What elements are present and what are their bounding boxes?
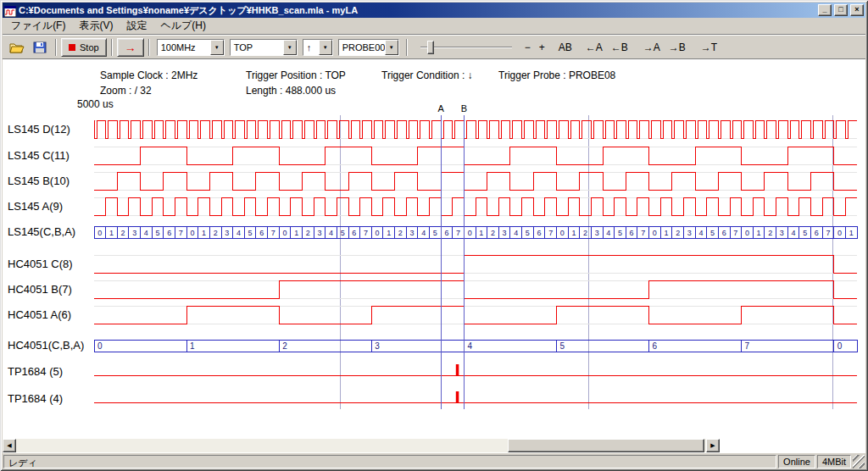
- trigger-probe-select[interactable]: PROBE00 ▼: [338, 39, 399, 56]
- bus-value: 5: [526, 229, 530, 237]
- minimize-button[interactable]: _: [818, 4, 832, 16]
- channel-label: LS145 B(10): [8, 175, 70, 187]
- bus-value: 1: [664, 229, 668, 237]
- menu-settings[interactable]: 設定: [120, 17, 153, 35]
- waveform-trace: [94, 280, 857, 298]
- bus-value: 0: [468, 229, 472, 237]
- bus-value: 1: [757, 229, 761, 237]
- bus-value: 3: [132, 229, 136, 237]
- bus-value: 2: [491, 229, 495, 237]
- set-cursor-a-button[interactable]: →A: [639, 40, 665, 55]
- toolbar-separator: [148, 39, 150, 56]
- bus-value: 6: [444, 229, 448, 237]
- bus-value: 0: [560, 229, 565, 237]
- bus-value: 4: [236, 229, 241, 237]
- bus-value: 4: [144, 229, 148, 237]
- close-button[interactable]: ×: [850, 4, 864, 16]
- bus-value: 2: [306, 229, 310, 237]
- scroll-thumb[interactable]: [508, 439, 704, 452]
- save-file-button[interactable]: [29, 38, 51, 57]
- channel-label: LS145 A(9): [8, 200, 63, 213]
- bus-value: 4: [698, 229, 703, 237]
- zoom-slider[interactable]: [419, 39, 514, 56]
- scroll-right-icon[interactable]: ▶: [706, 439, 720, 452]
- bus-value: 6: [167, 229, 171, 237]
- channel-label: HC4051(C,B,A): [8, 339, 84, 352]
- bus-value: 4: [791, 229, 795, 237]
- dropdown-arrow-icon[interactable]: ▼: [283, 40, 297, 55]
- goto-cursor-b-button[interactable]: ←B: [607, 40, 632, 55]
- maximize-button[interactable]: □: [834, 4, 848, 16]
- dropdown-arrow-icon[interactable]: ▼: [385, 40, 398, 55]
- waveform-trace: [94, 120, 857, 138]
- bus-value: 4: [606, 229, 610, 237]
- bus-value: 1: [109, 229, 114, 237]
- bus-value: 2: [676, 229, 680, 237]
- toolbar-separator: [111, 39, 113, 56]
- channel-label: LS145 C(11): [8, 149, 70, 162]
- bus-value: 7: [456, 229, 460, 237]
- toolbar: Stop → 100MHz ▼ TOP ▼ ↑ ▼ PROBE00 ▼ − +: [3, 35, 865, 59]
- bus-value: 2: [282, 341, 287, 351]
- zoom-out-button[interactable]: −: [520, 40, 535, 55]
- bus-value: 5: [341, 229, 345, 237]
- waveform-area[interactable]: 5000 usLS145 D(12)LS145 C(11)LS145 B(10)…: [3, 94, 865, 433]
- sample-clock-value: 100MHz: [158, 40, 210, 55]
- trigger-edge-select[interactable]: ↑ ▼: [303, 39, 333, 56]
- channel-label: TP1684 (5): [8, 365, 63, 378]
- bus-value: 7: [364, 229, 368, 237]
- bus-value: 3: [780, 229, 784, 237]
- scroll-track[interactable]: [16, 439, 706, 452]
- dropdown-arrow-icon[interactable]: ▼: [319, 40, 332, 55]
- channel-label: LS145(C,B,A): [8, 225, 75, 238]
- horizontal-scrollbar[interactable]: ◀ ▶: [3, 439, 720, 452]
- set-cursor-b-button[interactable]: →B: [665, 40, 690, 55]
- bus-value: 2: [214, 229, 218, 237]
- bus-value: 3: [375, 341, 380, 351]
- toolbar-separator: [406, 39, 408, 56]
- stop-button[interactable]: Stop: [61, 38, 107, 57]
- menu-file[interactable]: ファイル(F): [4, 17, 72, 35]
- goto-cursor-a-button[interactable]: ←A: [581, 40, 607, 55]
- bus-value: 6: [722, 229, 726, 237]
- bus-value: 4: [467, 341, 472, 351]
- bus-value: 0: [190, 229, 194, 237]
- slider-thumb[interactable]: [427, 41, 434, 54]
- main-view: Sample Clock : 2MHz Trigger Position : T…: [3, 59, 865, 453]
- trigger-position-select[interactable]: TOP ▼: [230, 39, 298, 56]
- titlebar[interactable]: C:¥Documents and Settings¥noname¥デスクトップ¥…: [3, 3, 865, 18]
- bus-value: 2: [583, 229, 587, 237]
- channel-label: LS145 D(12): [8, 123, 70, 136]
- bus-value: 2: [398, 229, 403, 237]
- bus-value: 5: [710, 229, 715, 237]
- bus-value: 5: [803, 229, 807, 237]
- trigger-position-value: TOP: [231, 40, 283, 55]
- channel-label: HC4051 B(7): [8, 283, 72, 296]
- dropdown-arrow-icon[interactable]: ▼: [210, 40, 224, 55]
- bus-value: 1: [202, 229, 206, 237]
- menu-view[interactable]: 表示(V): [72, 17, 120, 35]
- open-folder-icon: [9, 42, 25, 53]
- sample-clock-select[interactable]: 100MHz ▼: [157, 39, 225, 56]
- bus-value: 7: [179, 229, 183, 237]
- resize-grip[interactable]: [853, 455, 865, 468]
- bus-value: 7: [548, 229, 553, 237]
- open-file-button[interactable]: [5, 38, 29, 57]
- waveform-trace: [94, 197, 857, 215]
- bus-value: 3: [225, 229, 229, 237]
- run-button[interactable]: →: [117, 38, 144, 57]
- channel-label: HC4051 C(8): [8, 258, 73, 270]
- bus-value: 1: [190, 341, 195, 351]
- trigger-edge-value: ↑: [303, 40, 319, 55]
- goto-trigger-button[interactable]: →T: [697, 40, 721, 55]
- window-title: C:¥Documents and Settings¥noname¥デスクトップ¥…: [19, 4, 815, 17]
- scroll-left-icon[interactable]: ◀: [3, 439, 16, 452]
- zoom-ab-button[interactable]: AB: [554, 40, 576, 55]
- run-arrow-icon: →: [125, 42, 136, 53]
- zoom-in-button[interactable]: +: [535, 40, 549, 55]
- bus-value: 3: [317, 229, 321, 237]
- menu-help[interactable]: ヘルプ(H): [153, 17, 213, 35]
- channel-label: HC4051 A(6): [8, 308, 71, 321]
- statusbar: レディ Online 4MBit: [3, 453, 865, 468]
- waveform-trace: [94, 147, 857, 164]
